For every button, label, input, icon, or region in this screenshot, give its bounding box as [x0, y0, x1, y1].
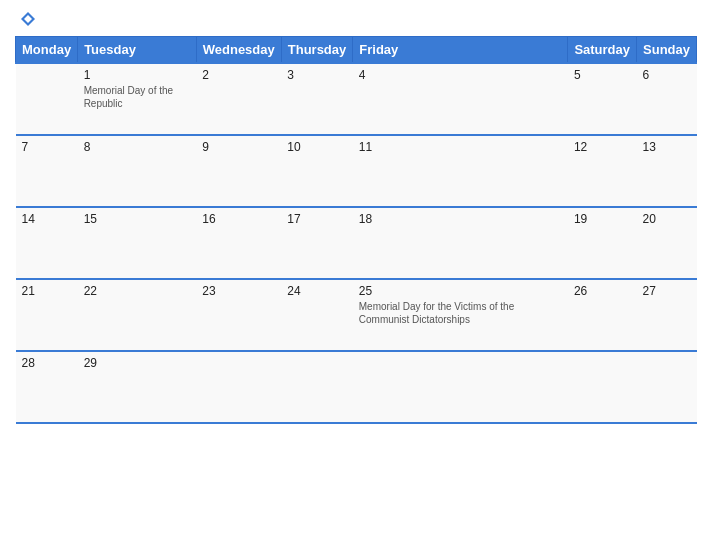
day-number: 16 [202, 212, 275, 226]
logo-icon [19, 10, 37, 28]
holiday-label: Memorial Day of the Republic [84, 84, 191, 110]
day-number: 11 [359, 140, 562, 154]
calendar-cell: 14 [16, 207, 78, 279]
calendar-cell: 15 [78, 207, 197, 279]
calendar-cell: 27 [637, 279, 697, 351]
day-number: 26 [574, 284, 631, 298]
calendar-cell: 2 [196, 63, 281, 135]
day-number: 18 [359, 212, 562, 226]
day-number: 23 [202, 284, 275, 298]
calendar-cell: 5 [568, 63, 637, 135]
calendar-col-sunday: Sunday [637, 37, 697, 64]
calendar-cell: 23 [196, 279, 281, 351]
calendar-col-friday: Friday [353, 37, 568, 64]
day-number: 25 [359, 284, 562, 298]
day-number: 7 [22, 140, 72, 154]
calendar-cell [196, 351, 281, 423]
logo [15, 10, 39, 28]
calendar-week-5: 2829 [16, 351, 697, 423]
day-number: 27 [643, 284, 691, 298]
day-number: 1 [84, 68, 191, 82]
day-number: 10 [287, 140, 347, 154]
calendar-cell: 24 [281, 279, 353, 351]
calendar-col-monday: Monday [16, 37, 78, 64]
calendar-cell: 9 [196, 135, 281, 207]
calendar-col-thursday: Thursday [281, 37, 353, 64]
calendar-cell: 6 [637, 63, 697, 135]
day-number: 6 [643, 68, 691, 82]
calendar-cell: 8 [78, 135, 197, 207]
calendar-cell: 10 [281, 135, 353, 207]
day-number: 8 [84, 140, 191, 154]
calendar-week-1: 1Memorial Day of the Republic23456 [16, 63, 697, 135]
calendar-cell [281, 351, 353, 423]
calendar-cell: 19 [568, 207, 637, 279]
calendar-cell: 28 [16, 351, 78, 423]
day-number: 2 [202, 68, 275, 82]
header [15, 10, 697, 28]
day-number: 19 [574, 212, 631, 226]
calendar-cell: 20 [637, 207, 697, 279]
calendar-cell: 22 [78, 279, 197, 351]
calendar-cell: 11 [353, 135, 568, 207]
calendar-cell [353, 351, 568, 423]
calendar-week-4: 2122232425Memorial Day for the Victims o… [16, 279, 697, 351]
day-number: 13 [643, 140, 691, 154]
calendar-cell: 26 [568, 279, 637, 351]
calendar-cell: 7 [16, 135, 78, 207]
day-number: 28 [22, 356, 72, 370]
calendar-cell: 12 [568, 135, 637, 207]
day-number: 3 [287, 68, 347, 82]
day-number: 9 [202, 140, 275, 154]
calendar-cell [637, 351, 697, 423]
calendar-cell: 1Memorial Day of the Republic [78, 63, 197, 135]
calendar-col-tuesday: Tuesday [78, 37, 197, 64]
calendar-week-2: 78910111213 [16, 135, 697, 207]
calendar-cell: 25Memorial Day for the Victims of the Co… [353, 279, 568, 351]
day-number: 20 [643, 212, 691, 226]
calendar-col-saturday: Saturday [568, 37, 637, 64]
day-number: 14 [22, 212, 72, 226]
holiday-label: Memorial Day for the Victims of the Comm… [359, 300, 562, 326]
day-number: 5 [574, 68, 631, 82]
day-number: 15 [84, 212, 191, 226]
calendar-cell [16, 63, 78, 135]
calendar-table: MondayTuesdayWednesdayThursdayFridaySatu… [15, 36, 697, 424]
calendar-cell: 17 [281, 207, 353, 279]
day-number: 4 [359, 68, 562, 82]
day-number: 22 [84, 284, 191, 298]
calendar-cell: 21 [16, 279, 78, 351]
calendar-cell: 16 [196, 207, 281, 279]
calendar-col-wednesday: Wednesday [196, 37, 281, 64]
calendar-cell [568, 351, 637, 423]
day-number: 17 [287, 212, 347, 226]
calendar-cell: 29 [78, 351, 197, 423]
calendar-week-3: 14151617181920 [16, 207, 697, 279]
calendar-cell: 18 [353, 207, 568, 279]
day-number: 21 [22, 284, 72, 298]
day-number: 29 [84, 356, 191, 370]
calendar-cell: 13 [637, 135, 697, 207]
day-number: 24 [287, 284, 347, 298]
calendar-cell: 4 [353, 63, 568, 135]
day-number: 12 [574, 140, 631, 154]
page: MondayTuesdayWednesdayThursdayFridaySatu… [0, 0, 712, 550]
calendar-cell: 3 [281, 63, 353, 135]
calendar-header-row: MondayTuesdayWednesdayThursdayFridaySatu… [16, 37, 697, 64]
